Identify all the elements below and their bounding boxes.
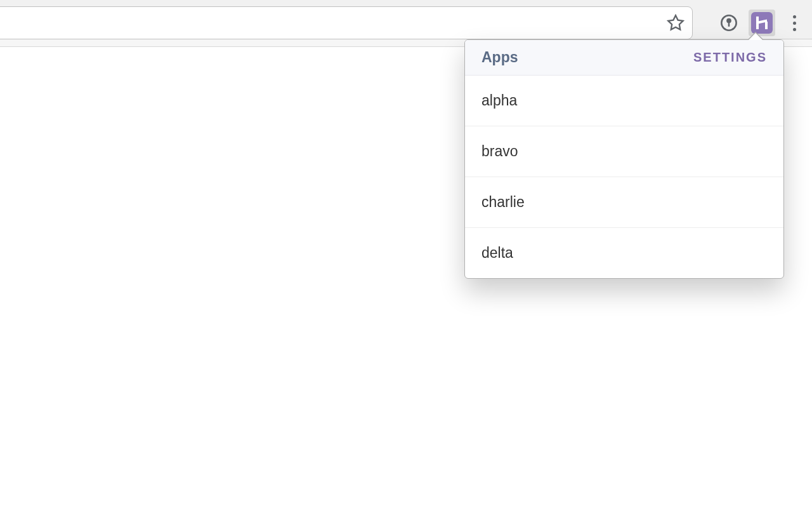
popup-header: Apps SETTINGS [465,40,783,76]
popup-title: Apps [481,49,518,66]
browser-menu-icon[interactable] [785,13,803,32]
password-manager-icon[interactable] [719,13,738,32]
app-list: alpha bravo charlie delta [465,76,783,278]
svg-marker-0 [668,15,683,29]
bookmark-star-icon[interactable] [665,13,686,33]
app-item-delta[interactable]: delta [465,228,783,278]
app-item-alpha[interactable]: alpha [465,76,783,126]
svg-point-3 [727,19,730,22]
extension-popup: Apps SETTINGS alpha bravo charlie delta [464,39,784,279]
popup-arrow [749,33,763,40]
app-item-bravo[interactable]: bravo [465,126,783,177]
heroku-logo-icon [751,12,773,34]
browser-toolbar [0,0,812,39]
app-item-charlie[interactable]: charlie [465,177,783,228]
address-bar[interactable] [0,6,693,39]
settings-link[interactable]: SETTINGS [693,50,767,65]
